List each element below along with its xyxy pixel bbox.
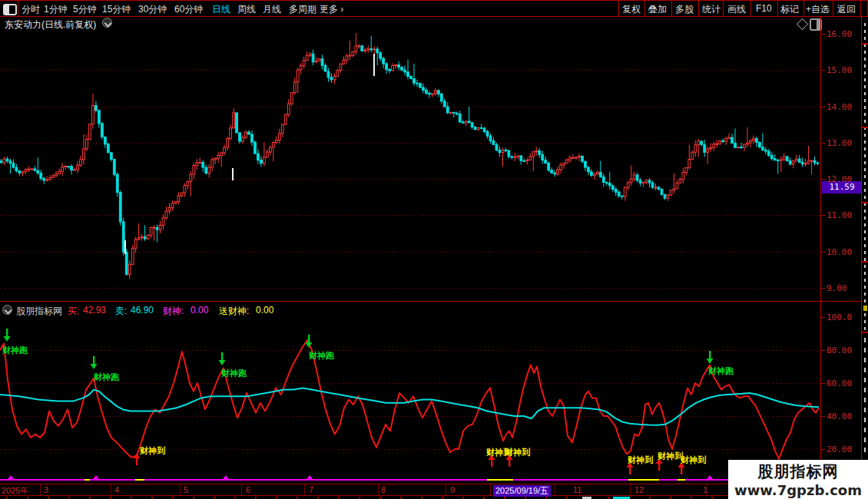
period-tab-2[interactable]: 5分钟 bbox=[73, 3, 97, 16]
toolbar-button-5[interactable]: F10 bbox=[756, 3, 772, 14]
right-edge-strip[interactable] bbox=[861, 17, 868, 484]
period-tab-3[interactable]: 15分钟 bbox=[102, 3, 131, 16]
period-tab-7[interactable]: 周线 bbox=[237, 3, 256, 16]
period-tab-5[interactable]: 60分钟 bbox=[174, 3, 203, 16]
candle-up bbox=[168, 207, 171, 210]
candle-up bbox=[141, 236, 143, 237]
red-up-arrow-icon bbox=[658, 464, 660, 471]
chart-canvas[interactable] bbox=[0, 0, 868, 499]
strip-glyph bbox=[864, 244, 866, 247]
strip-glyph bbox=[864, 106, 866, 109]
candle-down bbox=[101, 124, 103, 137]
caishen-run-label: 财神跑 bbox=[2, 345, 28, 356]
candle-down bbox=[416, 83, 419, 84]
toolbar-button-3[interactable]: 统计 bbox=[702, 3, 721, 16]
candle-up bbox=[810, 160, 813, 161]
candle-down bbox=[452, 112, 455, 113]
candle-down bbox=[548, 163, 550, 170]
caishen-arrive-label: 财神到 bbox=[505, 447, 530, 458]
candle-up bbox=[679, 180, 681, 183]
toolbar-divider bbox=[803, 1, 804, 16]
strip-glyph bbox=[864, 313, 866, 316]
candle-down bbox=[107, 144, 109, 153]
period-tab-9[interactable]: 多周期 bbox=[289, 3, 316, 16]
date-tick bbox=[446, 484, 446, 495]
main-y-label: 16.00 bbox=[827, 29, 865, 39]
main-y-tick bbox=[820, 70, 825, 71]
toolbar-button-8[interactable]: 返回 bbox=[837, 3, 856, 16]
toolbar-button-2[interactable]: 多股 bbox=[675, 3, 694, 16]
candle-up bbox=[290, 93, 293, 104]
candle-up bbox=[303, 61, 305, 66]
diamond-marker-icon[interactable] bbox=[797, 18, 809, 31]
indicator-gridline bbox=[0, 350, 820, 351]
candle-down bbox=[581, 157, 584, 162]
candle-down bbox=[413, 79, 416, 84]
candle-down bbox=[398, 64, 400, 67]
candle-down bbox=[554, 173, 556, 173]
candle-up bbox=[795, 159, 797, 161]
strip-glyph bbox=[864, 237, 866, 240]
main-y-tick bbox=[820, 107, 825, 107]
period-tab-1[interactable]: 1分钟 bbox=[44, 3, 68, 16]
indicator-y-tick bbox=[820, 416, 825, 417]
indicator-name[interactable]: 股朋指标网 bbox=[16, 305, 62, 318]
toolbar-button-6[interactable]: 标记 bbox=[780, 3, 799, 16]
main-gridline bbox=[0, 107, 820, 107]
toolbar-button-7[interactable]: +自选 bbox=[806, 3, 830, 16]
indicator-dropdown-icon[interactable] bbox=[2, 305, 12, 315]
toolbar-divider bbox=[644, 1, 645, 16]
candle-up bbox=[306, 55, 308, 60]
candle-up bbox=[654, 187, 657, 188]
candle-up bbox=[349, 55, 351, 56]
period-tab-6[interactable]: 日线 bbox=[212, 3, 230, 16]
buy-value: 42.93 bbox=[83, 305, 106, 316]
strip-glyph bbox=[864, 189, 866, 192]
strip-glyph bbox=[864, 64, 866, 68]
title-dropdown-icon[interactable] bbox=[102, 18, 112, 28]
strip-glyph bbox=[864, 51, 866, 54]
period-tab-8[interactable]: 月线 bbox=[263, 3, 281, 16]
candle-down bbox=[321, 59, 323, 66]
candle-up bbox=[65, 166, 67, 167]
candle-down bbox=[734, 143, 737, 147]
candle-up bbox=[465, 121, 467, 123]
candle-up bbox=[804, 164, 807, 164]
sidebar-toggle-icon[interactable] bbox=[3, 4, 17, 15]
indicator-y-label: 100.0 bbox=[827, 312, 865, 322]
date-tick bbox=[40, 484, 41, 495]
candle-up bbox=[670, 190, 672, 196]
indicator-gridline bbox=[0, 383, 820, 384]
candle-down bbox=[37, 170, 39, 173]
date-label: 1 bbox=[703, 485, 707, 494]
candle-down bbox=[508, 150, 510, 157]
candle-down bbox=[651, 183, 654, 187]
candle-up bbox=[80, 160, 82, 165]
candle-down bbox=[327, 71, 330, 78]
strip-glyph bbox=[864, 448, 866, 452]
period-tab-0[interactable]: 分时 bbox=[22, 3, 40, 16]
main-y-label: 15.00 bbox=[827, 65, 865, 75]
songcaishen-tick bbox=[678, 479, 685, 481]
green-down-arrow-icon bbox=[308, 335, 310, 342]
period-tab-10[interactable]: 更多 › bbox=[320, 3, 343, 16]
candle-down bbox=[40, 173, 42, 178]
candle-up bbox=[208, 167, 210, 173]
main-gridline bbox=[0, 215, 820, 216]
strip-glyph bbox=[864, 99, 866, 102]
toolbar-button-1[interactable]: 叠加 bbox=[648, 3, 667, 16]
period-tab-4[interactable]: 30分钟 bbox=[138, 3, 167, 16]
toolbar-button-0[interactable]: 复权 bbox=[622, 3, 641, 16]
candle-up bbox=[517, 156, 519, 157]
candle-up bbox=[333, 76, 336, 79]
strip-glyph bbox=[864, 408, 866, 412]
strip-glyph bbox=[864, 175, 866, 178]
caishen-arrive-label: 财神到 bbox=[658, 451, 683, 462]
toolbar-button-4[interactable]: 画线 bbox=[727, 3, 746, 16]
date-tick bbox=[630, 484, 631, 495]
candle-down bbox=[608, 183, 611, 186]
candle-up bbox=[667, 195, 669, 198]
strip-glyph bbox=[864, 286, 866, 289]
candle-up bbox=[627, 183, 629, 187]
caishen-arrive-label: 财神到 bbox=[140, 445, 165, 457]
